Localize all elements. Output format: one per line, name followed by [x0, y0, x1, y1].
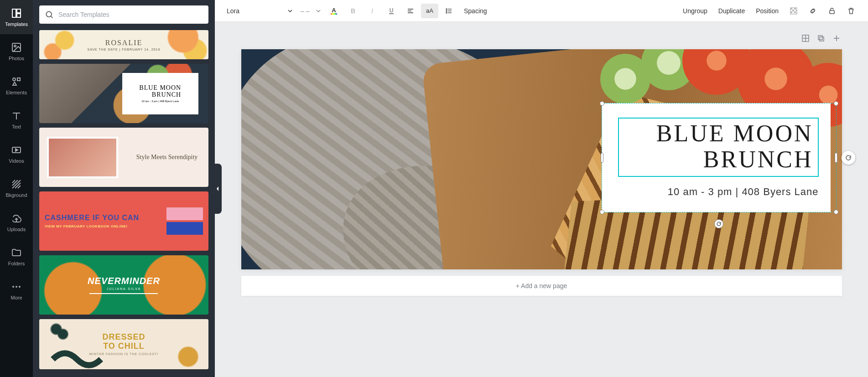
template-thumb[interactable]: NEVERMINDER JULIANA SILVA	[39, 255, 208, 315]
page-wrap: BLUE MOON BRUNCH 10 am - 3 pm | 408 Byer…	[241, 49, 842, 296]
canvas-area[interactable]: BLUE MOON BRUNCH 10 am - 3 pm | 408 Byer…	[215, 22, 868, 377]
template-title: CASHMERE IF YOU CAN	[45, 214, 163, 222]
uppercase-label: aA	[426, 7, 433, 14]
unlock-icon	[828, 7, 836, 15]
svg-point-21	[446, 9, 447, 10]
svg-text:B: B	[351, 7, 355, 15]
resize-handle-e[interactable]	[835, 153, 837, 163]
search-box[interactable]	[39, 5, 208, 24]
top-toolbar: Lora – – A B I U aA Spacing Ungroup Dupl…	[215, 0, 868, 22]
nav-label: Photos	[9, 56, 24, 61]
canvas-page[interactable]: BLUE MOON BRUNCH 10 am - 3 pm | 408 Byer…	[241, 49, 842, 269]
font-size-select[interactable]: – –	[298, 4, 323, 18]
nav-templates[interactable]: Templates	[0, 0, 33, 34]
svg-point-25	[446, 12, 447, 13]
nav-folders[interactable]: Folders	[0, 239, 33, 274]
link-icon	[809, 7, 817, 15]
nav-videos[interactable]: Videos	[0, 137, 33, 171]
svg-rect-38	[818, 36, 822, 40]
template-thumb[interactable]: ROSALIE SAVE THE DATE | FEBRUARY 14, 201…	[39, 30, 208, 59]
underline-icon: U	[387, 7, 395, 15]
rotate-handle-outer[interactable]	[842, 151, 855, 165]
nav-label: Text	[12, 124, 21, 129]
link-button[interactable]	[804, 4, 821, 18]
ungroup-button[interactable]: Ungroup	[678, 7, 712, 15]
plus-icon	[832, 34, 841, 42]
template-subtitle: JULIANA SILVA	[88, 287, 160, 290]
resize-handle-w[interactable]	[601, 153, 603, 163]
text-element-selected[interactable]: BLUE MOON BRUNCH	[618, 118, 819, 177]
left-sidebar: Templates Photos Elements Text Videos Bk…	[0, 0, 33, 377]
text-icon	[11, 110, 22, 121]
nav-label: Templates	[5, 21, 28, 27]
font-size-value: – –	[301, 7, 309, 15]
svg-rect-13	[331, 13, 337, 15]
rotate-icon	[716, 221, 722, 227]
uploads-icon	[11, 213, 22, 224]
resize-handle-nw[interactable]	[600, 101, 604, 106]
nav-more[interactable]: More	[0, 274, 33, 308]
svg-text:U: U	[390, 7, 394, 14]
page-duplicate-button[interactable]	[816, 33, 826, 44]
transparency-button[interactable]	[785, 4, 802, 18]
svg-rect-30	[792, 10, 794, 11]
delete-button[interactable]	[842, 4, 860, 18]
search-input[interactable]	[58, 11, 203, 18]
nav-label: Bkground	[5, 192, 27, 198]
nav-uploads[interactable]: Uploads	[0, 205, 33, 239]
template-subtitle: SAVE THE DATE | FEBRUARY 14, 2019	[88, 48, 161, 51]
position-button[interactable]: Position	[751, 7, 783, 15]
title-line-2: BRUNCH	[703, 146, 813, 172]
list-button[interactable]	[440, 4, 457, 18]
nav-label: Folders	[8, 261, 25, 266]
template-subtitle: VIEW MY FEBRUARY LOOKBOOK ONLINE!	[45, 224, 163, 228]
template-thumb[interactable]: BLUE MOONBRUNCH 10 am - 3 pm | 408 Byers…	[39, 64, 208, 123]
canvas-title[interactable]: BLUE MOON BRUNCH	[624, 120, 813, 172]
svg-point-4	[14, 45, 16, 47]
nav-text[interactable]: Text	[0, 103, 33, 137]
template-subtitle: WINTER FASHION IS THE COOLEST!	[89, 352, 159, 356]
page-add-button[interactable]	[831, 33, 842, 44]
svg-rect-6	[17, 78, 20, 81]
resize-handle-se[interactable]	[834, 210, 838, 214]
nav-photos[interactable]: Photos	[0, 34, 33, 68]
spacing-button[interactable]: Spacing	[459, 7, 492, 15]
page-controls	[800, 33, 842, 44]
text-color-icon: A	[329, 6, 338, 15]
page-layouts-button[interactable]	[800, 33, 811, 44]
font-family-select[interactable]: Lora	[223, 4, 296, 18]
alignment-button[interactable]	[402, 4, 419, 18]
underline-button[interactable]: U	[383, 4, 400, 18]
template-title: ROSALIE	[105, 39, 143, 47]
bold-button[interactable]: B	[344, 4, 362, 18]
add-page-button[interactable]: + Add a new page	[241, 276, 842, 296]
svg-rect-28	[790, 8, 792, 10]
svg-rect-0	[12, 9, 16, 17]
resize-handle-ne[interactable]	[834, 101, 838, 106]
search-icon	[45, 10, 54, 19]
background-icon	[11, 179, 22, 190]
trash-icon	[847, 7, 855, 15]
svg-rect-33	[794, 11, 796, 13]
resize-handle-sw[interactable]	[600, 210, 604, 214]
uppercase-button[interactable]: aA	[421, 4, 438, 18]
nav-background[interactable]: Bkground	[0, 171, 33, 205]
photos-icon	[11, 42, 22, 53]
templates-list: ROSALIE SAVE THE DATE | FEBRUARY 14, 201…	[39, 30, 208, 369]
duplicate-button[interactable]: Duplicate	[714, 7, 749, 15]
svg-point-9	[16, 286, 17, 288]
nav-label: Elements	[6, 90, 27, 95]
rotate-handle[interactable]	[714, 219, 723, 228]
lock-button[interactable]	[823, 4, 841, 18]
canvas-subtitle[interactable]: 10 am - 3 pm | 408 Byers Lane	[618, 186, 819, 198]
template-thumb[interactable]: Style Meets Serendipity	[39, 128, 208, 187]
nav-elements[interactable]: Elements	[0, 68, 33, 103]
template-thumb[interactable]: DRESSEDTO CHILL WINTER FASHION IS THE CO…	[39, 319, 208, 369]
template-panel: ROSALIE SAVE THE DATE | FEBRUARY 14, 201…	[33, 0, 215, 377]
template-thumb[interactable]: CASHMERE IF YOU CAN VIEW MY FEBRUARY LOO…	[39, 191, 208, 251]
templates-icon	[11, 8, 22, 19]
italic-button[interactable]: I	[364, 4, 381, 18]
text-color-button[interactable]: A	[325, 4, 343, 18]
videos-icon	[11, 145, 22, 155]
font-family-value: Lora	[227, 7, 239, 15]
